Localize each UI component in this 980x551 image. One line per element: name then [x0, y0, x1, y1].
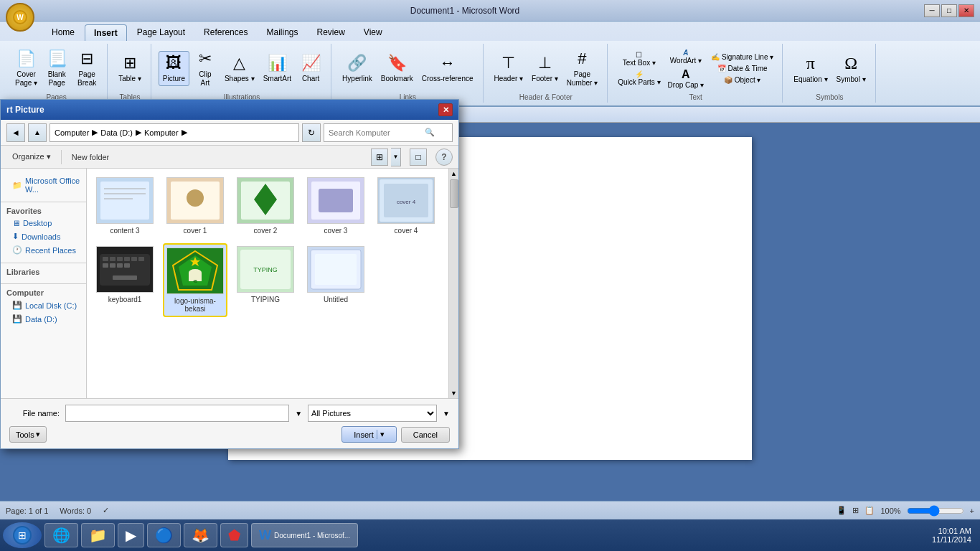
date-time-button[interactable]: 📅 Date & Time [708, 63, 776, 74]
tab-references[interactable]: References [195, 24, 256, 41]
file-name-row: File name: ▼ All Pictures All Files JPEG… [9, 405, 450, 422]
quick-parts-button[interactable]: ⚡ Quick Parts ▾ [615, 69, 663, 88]
dialog-close-button[interactable]: ✕ [438, 103, 453, 116]
tools-button[interactable]: Tools ▾ [9, 426, 47, 443]
tab-view[interactable]: View [355, 24, 391, 41]
files-scrollbar[interactable]: ▲ ▼ [448, 169, 458, 398]
signature-line-button[interactable]: ✍ Signature Line ▾ [708, 52, 776, 62]
maximize-button[interactable]: □ [941, 4, 957, 17]
dialog-files: content 3 cover 1 cover 2 [87, 169, 448, 398]
scroll-thumb[interactable] [450, 179, 458, 208]
minimize-button[interactable]: ─ [924, 4, 940, 17]
hyperlink-button[interactable]: 🔗 Hyperlink [339, 52, 376, 85]
footer-button[interactable]: ⊥ Footer ▾ [528, 52, 562, 85]
sidebar-item-data-d[interactable]: 💾 Data (D:) [1, 312, 86, 326]
sidebar-item-downloads[interactable]: ⬇ Downloads [1, 230, 86, 243]
ie-icon: 🌐 [52, 527, 70, 544]
taskbar-item-media[interactable]: ▶ [118, 523, 144, 547]
taskbar-item-explorer[interactable]: 📁 [81, 523, 115, 547]
svg-rect-45 [131, 257, 137, 261]
tab-insert[interactable]: Insert [85, 24, 127, 41]
zoom-slider[interactable] [907, 505, 964, 517]
tab-review[interactable]: Review [308, 24, 353, 41]
taskbar-item-firefox[interactable]: 🦊 [184, 523, 217, 547]
tab-home[interactable]: Home [43, 24, 83, 41]
taskbar-item-app-red[interactable]: ⬟ [220, 523, 248, 547]
file-item-cover1[interactable]: cover 1 [163, 174, 227, 237]
help-button[interactable]: ? [435, 149, 453, 166]
cross-reference-button[interactable]: ↔ Cross-reference [418, 52, 477, 85]
symbol-button[interactable]: Ω Symbol ▾ [833, 51, 870, 86]
file-name-cover4: cover 4 [395, 227, 418, 235]
nav-up-button[interactable]: ▲ [28, 123, 47, 142]
insert-button[interactable]: Insert ▾ [341, 426, 397, 443]
taskbar-item-word[interactable]: W Document1 - Microsof... [251, 523, 358, 547]
file-item-cover3[interactable]: cover 3 [303, 174, 368, 237]
taskbar-item-ie[interactable]: 🌐 [44, 523, 78, 547]
file-name-input[interactable] [65, 405, 289, 422]
file-item-untitled[interactable]: Untitled [303, 243, 368, 317]
close-button[interactable]: ✕ [958, 4, 974, 17]
smartart-button[interactable]: 📊 SmartArt [260, 52, 295, 85]
picture-button[interactable]: 🖼 Picture [159, 51, 189, 85]
clip-art-button[interactable]: ✂ ClipArt [191, 47, 220, 89]
scroll-up[interactable]: ▲ [449, 169, 458, 179]
tab-page-layout[interactable]: Page Layout [128, 24, 194, 41]
search-bar: 🔍 [324, 123, 453, 142]
drop-cap-button[interactable]: A Drop Cap ▾ [665, 67, 707, 90]
shapes-button[interactable]: △ Shapes ▾ [221, 52, 258, 85]
footer-icon: ⊥ [538, 54, 552, 72]
text-box-button[interactable]: ☐ Text Box ▾ [615, 50, 663, 68]
scroll-down[interactable]: ▼ [449, 388, 458, 398]
cover-page-button[interactable]: 📄 CoverPage ▾ [11, 47, 41, 89]
file-item-cover2[interactable]: cover 2 [233, 174, 298, 237]
file-item-typing[interactable]: TYPING TYIPING [233, 243, 298, 317]
preview-pane-button[interactable]: □ [410, 149, 427, 166]
header-button[interactable]: ⊤ Header ▾ [491, 52, 527, 85]
file-item-cover4[interactable]: cover 4 cover 4 [374, 174, 438, 237]
file-thumb-logo: 45 [166, 248, 224, 294]
symbol-icon: Ω [844, 53, 857, 74]
office-button[interactable]: W [6, 3, 34, 32]
chart-button[interactable]: 📈 Chart [296, 52, 325, 85]
page-break-button[interactable]: ⊟ PageBreak [72, 47, 101, 89]
organize-button[interactable]: Organize ▾ [6, 151, 57, 163]
blank-page-button[interactable]: 📃 BlankPage [42, 47, 71, 89]
equation-icon: π [806, 53, 815, 74]
title-bar: W Document1 - Microsoft Word ─ □ ✕ [0, 0, 980, 22]
file-item-content3[interactable]: content 3 [93, 174, 157, 237]
file-name-label: File name: [9, 409, 60, 418]
file-item-logo[interactable]: 45 logo-unisma-bekasi [163, 243, 227, 317]
tab-mailings[interactable]: Mailings [258, 24, 306, 41]
sidebar-item-ms-office[interactable]: 📁 Microsoft Office W... [1, 174, 86, 196]
sidebar-item-recent[interactable]: 🕐 Recent Places [1, 243, 86, 257]
object-button[interactable]: 📦 Object ▾ [708, 75, 776, 85]
search-input[interactable] [329, 128, 422, 137]
file-thumb-cover1 [166, 177, 224, 224]
sidebar-item-local-disk[interactable]: 💾 Local Disk (C:) [1, 298, 86, 312]
cancel-button[interactable]: Cancel [401, 427, 450, 443]
taskbar-item-chrome[interactable]: 🔵 [147, 523, 181, 547]
file-item-keyboard1[interactable]: keyboard1 [93, 243, 157, 317]
start-button[interactable]: ⊞ [3, 522, 42, 548]
dialog-body: 📁 Microsoft Office W... Favorites 🖥 Desk… [1, 169, 458, 398]
svg-rect-46 [138, 257, 144, 261]
svg-rect-47 [103, 263, 108, 268]
new-folder-button[interactable]: New folder [66, 151, 116, 163]
file-thumb-typing: TYPING [237, 246, 294, 293]
nav-refresh-button[interactable]: ↻ [302, 123, 321, 142]
drop-cap-icon: A [682, 68, 690, 81]
table-button[interactable]: ⊞ Table ▾ [115, 52, 145, 85]
wordart-button[interactable]: A WordArt ▾ [665, 47, 707, 66]
bookmark-button[interactable]: 🔖 Bookmark [377, 52, 417, 85]
sidebar-item-desktop[interactable]: 🖥 Desktop [1, 217, 86, 230]
breadcrumb[interactable]: Computer ▶ Data (D:) ▶ Komputer ▶ [50, 123, 299, 142]
page-number-button[interactable]: # PageNumber ▾ [563, 47, 601, 89]
nav-back-button[interactable]: ◄ [6, 123, 25, 142]
equation-button[interactable]: π Equation ▾ [790, 51, 831, 86]
cover-page-icon: 📄 [17, 50, 36, 68]
view-mode-button[interactable]: ⊞ [371, 149, 388, 166]
view-mode-dropdown[interactable]: ▼ [391, 148, 401, 166]
svg-text:45: 45 [193, 279, 197, 283]
file-type-select[interactable]: All Pictures All Files JPEG Files PNG Fi… [308, 405, 437, 422]
